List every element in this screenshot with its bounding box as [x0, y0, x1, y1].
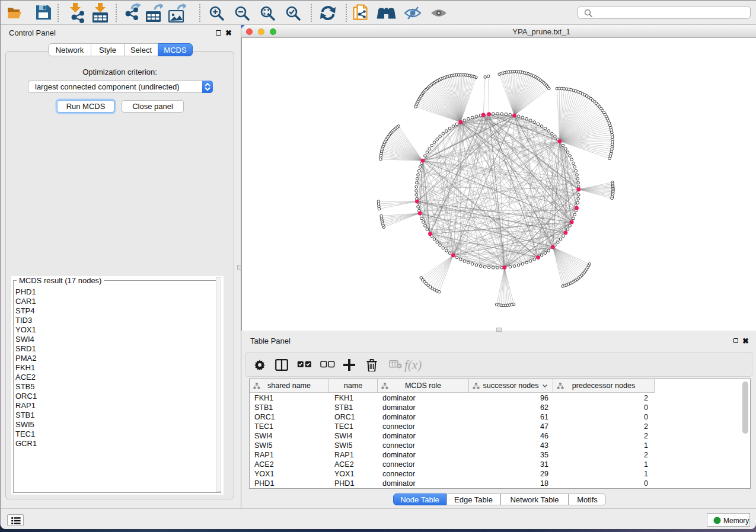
svg-text:f(x): f(x): [404, 358, 422, 372]
